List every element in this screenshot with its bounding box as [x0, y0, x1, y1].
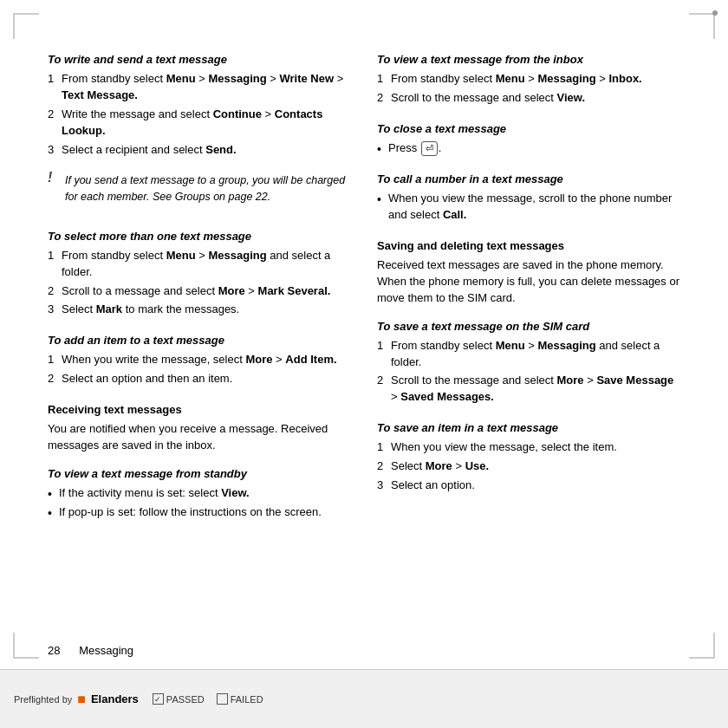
step-item: 2Scroll to the message and select More >…	[377, 373, 680, 406]
section-label: Messaging	[79, 644, 133, 657]
step-item: 1When you write the message, select More…	[48, 352, 351, 368]
step-item: 3Select Mark to mark the messages.	[48, 302, 351, 318]
step-number: 3	[377, 478, 387, 494]
bullet-text: If pop-up is set: follow the instruction…	[59, 504, 322, 521]
step-number: 2	[48, 371, 58, 387]
section-save-item: To save an item in a text message1When y…	[377, 420, 680, 497]
failed-checkbox: FAILED	[217, 693, 263, 705]
step-item: 2Write the message and select Continue >…	[48, 107, 351, 140]
section-title-select-more: To select more than one text message	[48, 229, 351, 244]
step-item: 1From standby select Menu > Messaging > …	[377, 71, 680, 88]
section-save-sim: To save a text message on the SIM card1F…	[377, 319, 680, 409]
step-text: When you write the message, select More …	[62, 352, 337, 368]
section-text-receiving: You are notified when you receive a mess…	[48, 421, 351, 454]
corner-mark-tl	[13, 13, 39, 39]
section-title-call-number: To call a number in a text message	[377, 172, 680, 187]
footer-logo: Preflighted by ■ Elanders	[14, 692, 139, 707]
section-saving-deleting: Saving and deleting text messagesReceive…	[377, 238, 680, 307]
bullet-dot: •	[48, 507, 55, 519]
step-number: 2	[48, 283, 58, 300]
step-text: Select an option and then an item.	[62, 371, 232, 387]
section-view-inbox: To view a text message from the inbox1Fr…	[377, 52, 680, 109]
failed-box	[217, 693, 228, 705]
step-number: 1	[48, 71, 58, 104]
warning-icon: !	[48, 171, 60, 185]
section-title-view-standby: To view a text message from standby	[48, 466, 351, 482]
step-number: 2	[377, 90, 387, 107]
step-text: From standby select Menu > Messaging and…	[391, 338, 680, 371]
bullet-item: •If the activity menu is set: select Vie…	[48, 485, 351, 502]
step-item: 3Select a recipient and select Send.	[48, 142, 351, 159]
bullet-item: •If pop-up is set: follow the instructio…	[48, 504, 351, 521]
footer: Preflighted by ■ Elanders ✓ PASSED FAILE…	[0, 669, 728, 728]
step-item: 2Select More > Use.	[377, 458, 680, 475]
step-text: Scroll to a message and select More > Ma…	[62, 283, 330, 300]
passed-box: ✓	[153, 693, 164, 705]
section-add-item: To add an item to a text message1When yo…	[48, 333, 351, 390]
step-item: 2Scroll to a message and select More > M…	[48, 283, 351, 300]
section-title-write-send: To write and send a text message	[48, 52, 351, 68]
corner-mark-tr	[689, 13, 715, 39]
section-title-close-message: To close a text message	[377, 121, 680, 137]
step-text: From standby select Menu > Messaging > W…	[62, 71, 351, 104]
step-item: 1From standby select Menu > Messaging an…	[48, 248, 351, 281]
back-key-icon: ⏎	[421, 141, 438, 156]
section-title-save-item: To save an item in a text message	[377, 420, 680, 436]
page-number-area: 28 Messaging	[48, 644, 133, 657]
step-number: 1	[377, 439, 387, 456]
step-text: From standby select Menu > Messaging > I…	[391, 71, 642, 88]
brand-name: Elanders	[91, 692, 139, 705]
right-column: To view a text message from the inbox1Fr…	[377, 52, 680, 659]
step-text: When you view the message, select the it…	[391, 439, 617, 456]
section-view-standby: To view a text message from standby•If t…	[48, 466, 351, 523]
step-item: 2Scroll to the message and select View.	[377, 90, 680, 107]
bullet-dot: •	[48, 488, 55, 500]
step-text: Scroll to the message and select View.	[391, 90, 585, 107]
left-column: To write and send a text message1From st…	[48, 52, 351, 659]
section-close-message: To close a text message•Press ⏎.	[377, 121, 680, 159]
section-receiving: Receiving text messagesYou are notified …	[48, 402, 351, 454]
bullet-text: If the activity menu is set: select View…	[59, 485, 250, 502]
corner-mark-br	[689, 633, 715, 659]
step-item: 3Select an option.	[377, 478, 680, 494]
corner-mark-bl	[13, 633, 39, 659]
step-number: 2	[377, 458, 387, 475]
passed-checkbox: ✓ PASSED	[153, 693, 205, 705]
section-write-send: To write and send a text message1From st…	[48, 52, 351, 160]
section-title-view-inbox: To view a text message from the inbox	[377, 52, 680, 68]
step-number: 1	[377, 338, 387, 371]
steps-list-add-item: 1When you write the message, select More…	[48, 352, 351, 387]
bullet-text: Press ⏎.	[388, 140, 441, 157]
page-content: To write and send a text message1From st…	[48, 52, 680, 659]
step-number: 3	[48, 142, 58, 159]
section-title-save-sim: To save a text message on the SIM card	[377, 319, 680, 335]
passed-label: PASSED	[166, 694, 205, 705]
section-title-receiving: Receiving text messages	[48, 402, 351, 418]
section-title-add-item: To add an item to a text message	[48, 333, 351, 348]
preflight-label: Preflighted by	[14, 694, 72, 705]
step-text: Write the message and select Continue > …	[62, 107, 351, 140]
failed-label: FAILED	[231, 694, 263, 705]
step-item: 1From standby select Menu > Messaging > …	[48, 71, 351, 104]
step-number: 1	[48, 352, 58, 368]
corner-dot	[712, 10, 718, 16]
steps-list-save-sim: 1From standby select Menu > Messaging an…	[377, 338, 680, 406]
step-number: 3	[48, 302, 58, 318]
step-text: Select an option.	[391, 478, 475, 494]
steps-list-write-send: 1From standby select Menu > Messaging > …	[48, 71, 351, 158]
step-item: 1When you view the message, select the i…	[377, 439, 680, 456]
steps-list-select-more: 1From standby select Menu > Messaging an…	[48, 248, 351, 318]
section-call-number: To call a number in a text message•When …	[377, 172, 680, 226]
section-title-saving-deleting: Saving and deleting text messages	[377, 238, 680, 254]
step-number: 2	[48, 107, 58, 140]
bullet-item: •When you view the message, scroll to th…	[377, 191, 680, 224]
bullet-dot: •	[377, 193, 384, 205]
step-text: From standby select Menu > Messaging and…	[62, 248, 351, 281]
steps-list-view-inbox: 1From standby select Menu > Messaging > …	[377, 71, 680, 107]
step-text: Scroll to the message and select More > …	[391, 373, 680, 406]
section-text-saving-deleting: Received text messages are saved in the …	[377, 257, 680, 307]
step-number: 2	[377, 373, 387, 406]
step-item: 2Select an option and then an item.	[48, 371, 351, 387]
step-number: 1	[377, 71, 387, 88]
step-text: Select a recipient and select Send.	[62, 142, 237, 159]
